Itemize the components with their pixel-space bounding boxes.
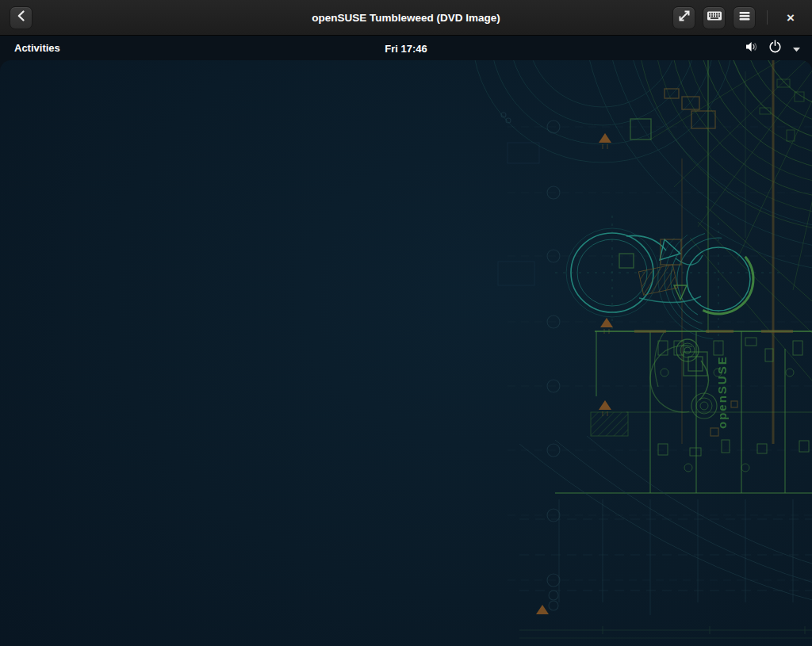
wallpaper-brand-text: openSUSE [715, 355, 729, 429]
keyboard-button[interactable] [703, 6, 726, 29]
chevron-left-icon [10, 5, 33, 30]
keyboard-icon [703, 5, 726, 30]
vm-viewer-window: openSUSE Tumbleweed (DVD Image) [0, 0, 812, 646]
fullscreen-icon [673, 5, 695, 30]
activities-button[interactable]: Activities [10, 40, 65, 56]
power-icon [768, 40, 782, 56]
vm-titlebar: openSUSE Tumbleweed (DVD Image) [0, 0, 812, 36]
close-button[interactable]: × [779, 6, 802, 29]
system-status-area[interactable] [745, 40, 801, 56]
wallpaper-blueprint: openSUSE [0, 60, 812, 646]
window-title: openSUSE Tumbleweed (DVD Image) [312, 12, 500, 24]
gnome-topbar: Activities Fri 17:46 [0, 36, 812, 60]
back-button[interactable] [10, 6, 33, 29]
hamburger-menu-icon [733, 5, 756, 30]
menu-button[interactable] [733, 6, 756, 29]
grid-reference-bubbles [501, 113, 560, 610]
dropdown-arrow-icon [792, 41, 801, 55]
titlebar-separator [767, 10, 768, 25]
blueprint-north-arrows [536, 133, 613, 614]
clock-menu[interactable]: Fri 17:46 [385, 42, 427, 54]
volume-icon [745, 40, 758, 56]
vm-desktop[interactable]: openSUSE [0, 60, 812, 646]
titlebar-actions: × [672, 6, 802, 29]
fullscreen-button[interactable] [672, 6, 695, 29]
close-icon: × [787, 11, 795, 25]
